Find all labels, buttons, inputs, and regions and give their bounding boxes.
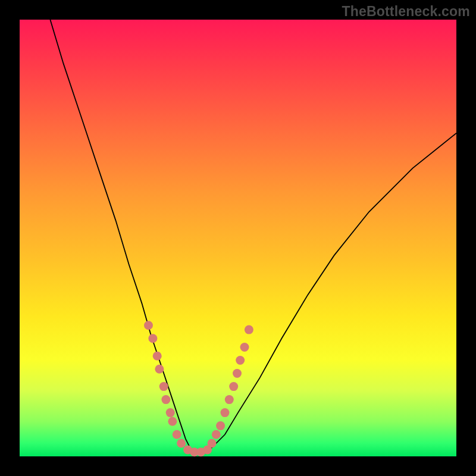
curve-dot (236, 356, 245, 365)
attribution-label: TheBottleneck.com (342, 4, 470, 20)
chart-frame: TheBottleneck.com (0, 0, 476, 476)
curve-dot (177, 439, 186, 448)
curve-dot (173, 430, 181, 439)
curve-dot (229, 382, 238, 391)
curve-dot (166, 408, 175, 417)
curve-dot (155, 365, 164, 374)
curve-dot (148, 334, 157, 343)
curve-dot (168, 417, 177, 426)
curve-dot (240, 343, 249, 352)
bottleneck-curve (50, 20, 456, 452)
curve-dot (161, 395, 170, 404)
curve-dot (208, 439, 217, 448)
curve-dot (245, 325, 253, 334)
curve-dot (212, 430, 221, 439)
curve-dot (233, 369, 242, 378)
curve-marker-dots (144, 321, 253, 456)
curve-dot (225, 395, 234, 404)
curve-dot (159, 382, 168, 391)
chart-svg (20, 20, 456, 456)
curve-dot (221, 408, 230, 417)
curve-dot (216, 421, 225, 430)
plot-area (20, 20, 456, 456)
curve-dot (144, 321, 153, 330)
curve-dot (153, 352, 162, 361)
